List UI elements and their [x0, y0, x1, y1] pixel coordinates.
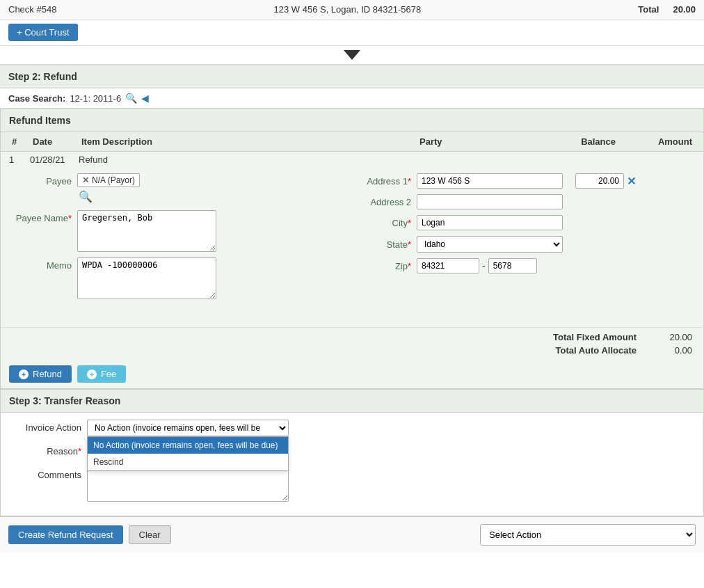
- payee-field-row: Payee ✕ N/A (Payor): [9, 173, 349, 187]
- totals-area: Total Fixed Amount 20.00 Total Auto Allo…: [1, 328, 703, 360]
- city-label: City: [355, 218, 411, 228]
- amount-wrapper: ✕: [575, 173, 636, 189]
- address1-input[interactable]: [417, 173, 563, 189]
- memo-label: Memo: [9, 257, 72, 271]
- collapse-row: [0, 46, 704, 65]
- amount-input[interactable]: [575, 173, 624, 189]
- total-amount: 20.00: [673, 4, 696, 15]
- zip-dash: -: [482, 260, 486, 271]
- fee-btn-label: Fee: [101, 369, 116, 379]
- reason-label: Reason: [12, 443, 81, 456]
- step2-header: Step 2: Refund: [0, 65, 704, 88]
- col-amount: Amount: [618, 135, 695, 148]
- col-party: Party: [417, 135, 542, 148]
- total-label: Total: [638, 4, 659, 15]
- zip-ext-input[interactable]: [488, 258, 537, 273]
- address1-label: Address 1: [355, 176, 411, 186]
- court-trust-button[interactable]: + Court Trust: [8, 24, 78, 41]
- refund-fee-row: + Refund + Fee: [1, 360, 703, 388]
- city-input[interactable]: [417, 215, 563, 230]
- col-desc: Item Description: [79, 135, 417, 148]
- select-action-wrapper: Select Action: [480, 524, 696, 546]
- refund-btn-label: Refund: [33, 369, 62, 379]
- total-fixed-value: 20.00: [650, 332, 692, 342]
- zip-label: Zip: [355, 261, 411, 271]
- invoice-action-row: Invoice Action No Action (invoice remain…: [12, 420, 692, 436]
- address2-row: Address 2: [355, 194, 695, 209]
- left-col: Payee ✕ N/A (Payor) 🔍: [9, 173, 349, 299]
- state-row: State Idaho: [355, 236, 695, 253]
- address1-row: Address 1 ✕: [355, 173, 695, 189]
- fee-icon: +: [87, 370, 97, 379]
- total-auto-row: Total Auto Allocate 0.00: [555, 345, 692, 356]
- refund-items-header: Refund Items: [1, 109, 703, 132]
- step3-header: Step 3: Transfer Reason: [1, 390, 703, 413]
- col-num: #: [9, 135, 30, 148]
- bottom-left: Create Refund Request Clear: [8, 525, 171, 544]
- refund-row-1: 1 01/28/21 Refund Payee ✕ N/A (Payor): [1, 152, 703, 328]
- state-label: State: [355, 239, 411, 250]
- check-label: Check #548: [8, 4, 56, 15]
- refund-items-title: Refund Items: [9, 115, 71, 126]
- total-auto-label: Total Auto Allocate: [555, 345, 637, 356]
- right-col: Address 1 ✕ Address 2 City: [355, 173, 695, 273]
- zip-fields: -: [417, 258, 537, 273]
- payee-remove-icon[interactable]: ✕: [82, 175, 89, 185]
- col-date: Date: [30, 135, 79, 148]
- row-num: 1: [9, 154, 30, 165]
- address-label: 123 W 456 S, Logan, ID 84321-5678: [273, 4, 421, 15]
- fee-button[interactable]: + Fee: [77, 365, 126, 383]
- court-trust-row: + Court Trust: [0, 19, 704, 46]
- amount-remove-icon[interactable]: ✕: [627, 175, 636, 188]
- refund-items-section: Refund Items # Date Item Description Par…: [0, 109, 704, 389]
- refund-button[interactable]: + Refund: [9, 365, 72, 383]
- payee-name-field-row: Payee Name: [9, 210, 349, 252]
- refund-row-summary: 1 01/28/21 Refund: [1, 152, 703, 168]
- step3-body: Invoice Action No Action (invoice remain…: [1, 413, 703, 516]
- invoice-option-no-action[interactable]: No Action (invoice remains open, fees wi…: [88, 437, 288, 454]
- invoice-action-options-list: No Action (invoice remains open, fees wi…: [87, 436, 289, 471]
- total-row: Total 20.00: [638, 4, 696, 15]
- payee-name-label: Payee Name: [9, 210, 72, 223]
- payee-tag[interactable]: ✕ N/A (Payor): [77, 173, 140, 187]
- payee-field-wrapper: ✕ N/A (Payor): [77, 173, 140, 187]
- address2-label: Address 2: [355, 197, 411, 207]
- top-header: Check #548 123 W 456 S, Logan, ID 84321-…: [0, 0, 704, 19]
- state-select[interactable]: Idaho: [417, 236, 563, 253]
- zip-input[interactable]: [417, 258, 479, 273]
- payee-name-input[interactable]: [77, 210, 216, 252]
- city-row: City: [355, 215, 695, 230]
- invoice-action-select[interactable]: No Action (invoice remains open, fees wi…: [87, 420, 289, 436]
- invoice-action-label: Invoice Action: [12, 420, 81, 433]
- create-refund-button[interactable]: Create Refund Request: [8, 525, 123, 544]
- refund-detail: Payee ✕ N/A (Payor) 🔍: [1, 168, 703, 321]
- case-search-row: Case Search: 12-1: 2011-6 🔍 ◀: [0, 88, 704, 109]
- total-fixed-label: Total Fixed Amount: [553, 332, 637, 342]
- case-search-value: 12-1: 2011-6: [70, 93, 121, 104]
- refund-icon: +: [19, 370, 29, 379]
- collapse-arrow-icon[interactable]: [344, 50, 360, 60]
- invoice-option-rescind[interactable]: Rescind: [88, 454, 288, 470]
- comments-label: Comments: [12, 467, 81, 480]
- payee-search-button[interactable]: 🔍: [77, 189, 94, 205]
- memo-field-row: Memo: [9, 257, 349, 299]
- col-balance: Balance: [542, 135, 618, 148]
- step2-title: Step 2: Refund: [8, 71, 77, 82]
- select-action-dropdown[interactable]: Select Action: [480, 524, 696, 546]
- memo-input[interactable]: [77, 257, 216, 299]
- bottom-bar: Create Refund Request Clear Select Actio…: [0, 516, 704, 553]
- case-search-icon[interactable]: 🔍: [125, 93, 137, 104]
- clear-button[interactable]: Clear: [129, 525, 171, 544]
- row-desc: Refund: [79, 154, 148, 165]
- zip-row: Zip -: [355, 258, 695, 273]
- total-fixed-row: Total Fixed Amount 20.00: [553, 332, 692, 342]
- step3-title: Step 3: Transfer Reason: [9, 395, 120, 406]
- case-back-icon[interactable]: ◀: [141, 93, 149, 104]
- payee-tag-value: N/A (Payor): [92, 175, 135, 185]
- address2-input[interactable]: [417, 194, 563, 209]
- row-date: 01/28/21: [30, 154, 79, 165]
- case-search-label: Case Search:: [8, 93, 65, 104]
- invoice-action-dropdown-wrapper[interactable]: No Action (invoice remains open, fees wi…: [87, 420, 289, 436]
- comments-input[interactable]: [87, 467, 289, 502]
- comments-row: Comments: [12, 467, 692, 502]
